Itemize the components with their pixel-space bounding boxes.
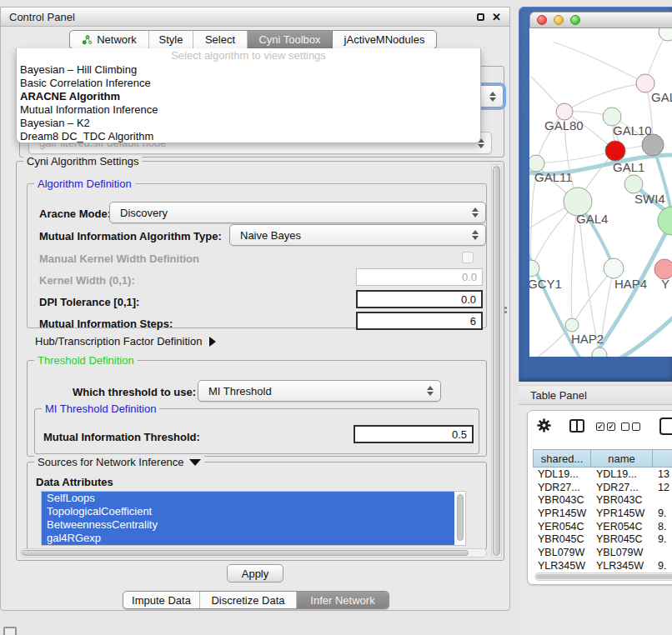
table-cell: 9. <box>653 560 672 572</box>
network-node-swi4[interactable] <box>624 175 643 193</box>
zoom-traffic-light-icon[interactable] <box>570 15 580 25</box>
attribute-item-selfloops[interactable]: SelfLoops <box>42 492 454 505</box>
table-row[interactable]: YBR045CYBR045C9. <box>533 532 672 546</box>
network-node[interactable] <box>592 348 607 357</box>
attribute-item-betweennesscentrality[interactable]: BetweennessCentrality <box>42 518 454 532</box>
splitter-grip-icon[interactable] <box>504 306 509 314</box>
select-all-checkboxes-icon[interactable]: ✓✓ <box>596 422 615 431</box>
table-cell: YDL19... <box>591 468 653 480</box>
table-row[interactable]: YBR043CYBR043C <box>533 493 672 507</box>
table-row[interactable]: YDL19...YDL19...13 <box>533 468 672 481</box>
dropdown-options: Bayesian – Hill ClimbingBasic Correlatio… <box>17 63 480 143</box>
mi-threshold-title: MI Threshold Definition <box>42 402 159 415</box>
network-node[interactable] <box>659 28 672 41</box>
network-node-hap2[interactable] <box>565 318 579 332</box>
column-header-a[interactable]: A <box>653 449 672 468</box>
network-canvas[interactable]: GALGAL80GAL10GAL1GAL11SWI4GAL4GCY1HAP4YH… <box>529 28 672 357</box>
network-node-hap4[interactable] <box>604 258 624 278</box>
tab-discretize-data[interactable]: Discretize Data <box>200 592 297 608</box>
settings-horizontal-scrollbar[interactable] <box>20 548 487 558</box>
network-node-gal1[interactable] <box>605 141 625 161</box>
table-cell: 8. <box>653 521 672 532</box>
algorithm-option-bayesian-k2[interactable]: Bayesian – K2 <box>17 117 480 130</box>
network-node[interactable] <box>658 207 672 235</box>
which-threshold-combobox[interactable]: MI Threshold <box>198 380 441 402</box>
manual-kernel-checkbox[interactable] <box>462 252 474 263</box>
node-table[interactable]: shared...nameAYDL19...YDL19...13YDR27...… <box>533 449 672 579</box>
column-header-name[interactable]: name <box>591 449 653 468</box>
network-edge-highlighted[interactable] <box>611 313 672 357</box>
network-edge[interactable] <box>531 172 536 268</box>
aracne-mode-combobox[interactable]: Discovery <box>109 202 486 223</box>
dock-panel-icon[interactable] <box>3 627 17 635</box>
tab-label: Infer Network <box>310 594 374 607</box>
network-node-label: HAP4 <box>614 277 647 291</box>
aracne-mode-value: Discovery <box>120 207 168 219</box>
tab-network[interactable]: Network <box>70 31 149 48</box>
network-edge[interactable] <box>536 151 615 163</box>
algorithm-option-aracne-algorithm[interactable]: ARACNE Algorithm <box>17 90 480 103</box>
split-columns-icon[interactable] <box>569 419 584 432</box>
dpi-tolerance-field[interactable]: 0.0 <box>356 290 483 308</box>
attribute-item-gal4rgexp[interactable]: gal4RGexp <box>42 532 454 545</box>
tab-label: jActiveMNodules <box>344 33 425 46</box>
network-edge[interactable] <box>564 83 645 112</box>
control-panel-window: Control Panel ✕ NetworkStyleSelectCyni T… <box>0 7 510 611</box>
sources-title[interactable]: Sources for Network Inference <box>34 456 204 468</box>
tab-impute-data[interactable]: Impute Data <box>123 592 200 608</box>
hub-definition-expander[interactable]: Hub/Transcription Factor Definition <box>35 335 216 348</box>
network-node-gal80[interactable] <box>556 103 573 120</box>
table-row[interactable]: YLR345WYLR345W9. <box>533 559 672 572</box>
tab-style[interactable]: Style <box>149 31 193 48</box>
combo-arrows-icon <box>472 230 479 240</box>
table-cell: YER054C <box>591 521 653 532</box>
mi-type-combobox[interactable]: Naive Bayes <box>229 224 486 246</box>
algorithm-option-dream8-dc-tdc-algorithm[interactable]: Dream8 DC_TDC Algorithm <box>17 130 480 143</box>
list-scrollbar-thumb[interactable] <box>457 494 464 541</box>
tab-jactivemnodules[interactable]: jActiveMNodules <box>333 31 436 48</box>
algorithm-option-basic-correlation-inference[interactable]: Basic Correlation Inference <box>17 77 480 90</box>
algorithm-option-mutual-information-inference[interactable]: Mutual Information Inference <box>17 103 480 117</box>
kernel-width-value: 0.0 <box>462 271 477 283</box>
network-window-titlebar[interactable] <box>529 12 672 28</box>
table-row[interactable]: YBL079WYBL079W <box>533 546 672 559</box>
algorithm-dropdown-popup: Select algorithm to view settings Bayesi… <box>16 48 481 143</box>
kernel-width-field[interactable]: 0.0 <box>356 268 483 286</box>
table-icon[interactable] <box>659 418 672 435</box>
network-edge[interactable] <box>553 42 645 83</box>
network-node-label: SWI4 <box>634 192 665 206</box>
mi-threshold-field[interactable]: 0.5 <box>354 425 474 443</box>
column-header-shared[interactable]: shared... <box>533 449 591 468</box>
tab-cyni-toolbox[interactable]: Cyni Toolbox <box>248 31 333 48</box>
tab-label: Style <box>159 33 183 46</box>
data-attributes-list[interactable]: SelfLoopsTopologicalCoefficientBetweenne… <box>41 491 466 546</box>
cyni-algorithm-settings-group: Cyni Algorithm Settings Algorithm Defini… <box>16 161 504 561</box>
tab-label: Discretize Data <box>211 594 284 607</box>
table-panel-title: Table Panel <box>530 389 587 402</box>
network-node-gal11[interactable] <box>529 155 544 172</box>
minimize-traffic-light-icon[interactable] <box>554 15 564 25</box>
settings-vertical-scrollbar[interactable] <box>491 164 502 558</box>
table-row[interactable]: YER054CYER054C8. <box>533 520 672 533</box>
network-window[interactable]: GALGAL80GAL10GAL1GAL11SWI4GAL4GCY1HAP4YH… <box>519 7 672 382</box>
mi-steps-field[interactable]: 6 <box>356 312 483 330</box>
table-row[interactable]: YDR27...YDR27...12 <box>533 481 672 494</box>
table-cell: YBL079W <box>533 547 591 558</box>
gear-icon[interactable] <box>536 418 552 433</box>
table-cell: YBR043C <box>591 494 653 506</box>
close-traffic-light-icon[interactable] <box>537 15 547 25</box>
deselect-all-checkboxes-icon[interactable] <box>621 422 640 431</box>
close-window-icon[interactable]: ✕ <box>492 12 501 22</box>
tab-infer-network[interactable]: Infer Network <box>297 592 389 608</box>
table-cell: YDL19... <box>533 468 591 480</box>
control-panel-titlebar[interactable]: Control Panel ✕ <box>1 8 509 27</box>
network-node-label: GAL1 <box>613 160 644 174</box>
tab-select[interactable]: Select <box>193 31 248 48</box>
mi-threshold-value: 0.5 <box>452 428 467 441</box>
table-horizontal-scrollbar[interactable] <box>534 572 672 581</box>
table-row[interactable]: YPR145WYPR145W9. <box>533 507 672 520</box>
attribute-item-topologicalcoefficient[interactable]: TopologicalCoefficient <box>42 505 454 518</box>
algorithm-option-bayesian-hill-climbing[interactable]: Bayesian – Hill Climbing <box>17 63 480 77</box>
apply-button[interactable]: Apply <box>227 564 283 582</box>
float-window-icon[interactable] <box>477 13 484 21</box>
